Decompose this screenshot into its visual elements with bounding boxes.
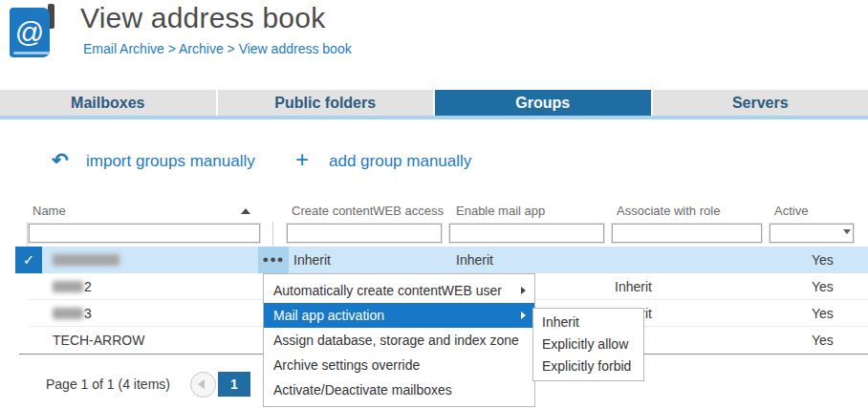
add-group-button[interactable]: add group manually (329, 152, 471, 171)
redacted-name (53, 281, 83, 292)
submenu: Inherit Explicitly allow Explicitly forb… (532, 308, 644, 381)
menu-item-label: Automatically create contentWEB user (273, 283, 502, 298)
page-title: View address book (80, 2, 325, 34)
pager-status: Page 1 of 1 (4 items) (46, 377, 170, 392)
tabbar-underline (0, 116, 868, 119)
row-selected-checkbox[interactable]: ✓ (15, 247, 42, 273)
chevron-left-icon (198, 379, 205, 389)
submenu-item-explicitly-forbid[interactable]: Explicitly forbid (533, 355, 643, 377)
column-header-enable-mail-app[interactable]: Enable mail app (456, 204, 545, 218)
column-header-create-contentweb-access[interactable]: Create contentWEB access (292, 204, 444, 218)
address-book-icon: @ (10, 4, 57, 59)
filter-active-dropdown[interactable] (770, 224, 854, 243)
cell-name-suffix: 3 (84, 300, 92, 327)
cell-active: Yes (812, 300, 834, 327)
context-menu: Automatically create contentWEB user Mai… (263, 273, 535, 407)
menu-item-label: Mail app activation (273, 308, 384, 323)
submenu-arrow-icon (521, 312, 526, 319)
filter-associate-role-input[interactable] (612, 224, 762, 243)
redacted-name (53, 254, 119, 266)
tab-public-folders[interactable]: Public folders (218, 90, 434, 116)
submenu-item-explicitly-allow[interactable]: Explicitly allow (533, 334, 643, 355)
row-actions-button[interactable]: ●●● (258, 247, 289, 273)
tab-mailboxes[interactable]: Mailboxes (0, 90, 216, 116)
menu-item-assign-database-storage-index[interactable]: Assign database, storage and index zone (264, 328, 534, 353)
cell-enable-mail-app: Inherit (456, 247, 493, 273)
redacted-name (53, 308, 83, 319)
submenu-item-inherit[interactable]: Inherit (533, 312, 643, 334)
column-header-name[interactable]: Name (33, 204, 66, 218)
menu-item-auto-create-contentweb-user[interactable]: Automatically create contentWEB user (264, 278, 534, 303)
menu-item-mail-app-activation[interactable]: Mail app activation (264, 303, 534, 328)
ellipsis-icon: ●●● (263, 253, 285, 265)
tab-servers[interactable]: Servers (653, 90, 868, 116)
filter-create-contentweb-input[interactable] (287, 224, 442, 243)
column-separator (272, 222, 273, 246)
cell-associate-role: Inherit (615, 273, 652, 300)
column-header-associate-with-role[interactable]: Associate with role (617, 204, 720, 218)
plus-icon[interactable]: + (295, 146, 309, 173)
cell-create-contentweb: Inherit (293, 247, 331, 273)
cell-active: Yes (812, 247, 834, 273)
tab-groups[interactable]: Groups (435, 90, 651, 116)
menu-item-activate-deactivate-mailboxes[interactable]: Activate/Deactivate mailboxes (264, 377, 534, 402)
submenu-arrow-icon (521, 287, 526, 294)
menu-item-archive-settings-override[interactable]: Archive settings override (264, 353, 534, 377)
dropdown-arrow-icon[interactable] (843, 229, 851, 234)
column-header-active[interactable]: Active (774, 204, 808, 218)
import-groups-button[interactable]: import groups manually (86, 152, 255, 171)
cell-name-suffix: 2 (84, 273, 92, 300)
filter-name-input[interactable] (29, 224, 260, 243)
prev-page-button[interactable] (190, 372, 216, 398)
cell-name: TECH-ARROW (53, 327, 144, 354)
view-address-book-page: @ View address book Email Archive > Arch… (0, 0, 868, 409)
sort-ascending-icon (241, 208, 250, 214)
menu-item-label: Activate/Deactivate mailboxes (273, 382, 452, 398)
tab-bar: Mailboxes Public folders Groups Servers (0, 90, 868, 116)
page-1-button[interactable]: 1 (218, 372, 250, 397)
undo-icon[interactable]: ↶ (52, 149, 69, 172)
table-row[interactable]: ✓ ●●● Inherit Inherit Yes (15, 247, 868, 273)
filter-row-left-border (27, 222, 28, 246)
cell-active: Yes (812, 327, 834, 354)
breadcrumb[interactable]: Email Archive > Archive > View address b… (83, 41, 352, 56)
cell-active: Yes (812, 273, 834, 300)
filter-enable-mail-app-input[interactable] (449, 224, 604, 243)
menu-item-label: Assign database, storage and index zone (273, 333, 519, 348)
menu-item-label: Archive settings override (273, 357, 420, 373)
checkmark-icon: ✓ (23, 251, 35, 268)
